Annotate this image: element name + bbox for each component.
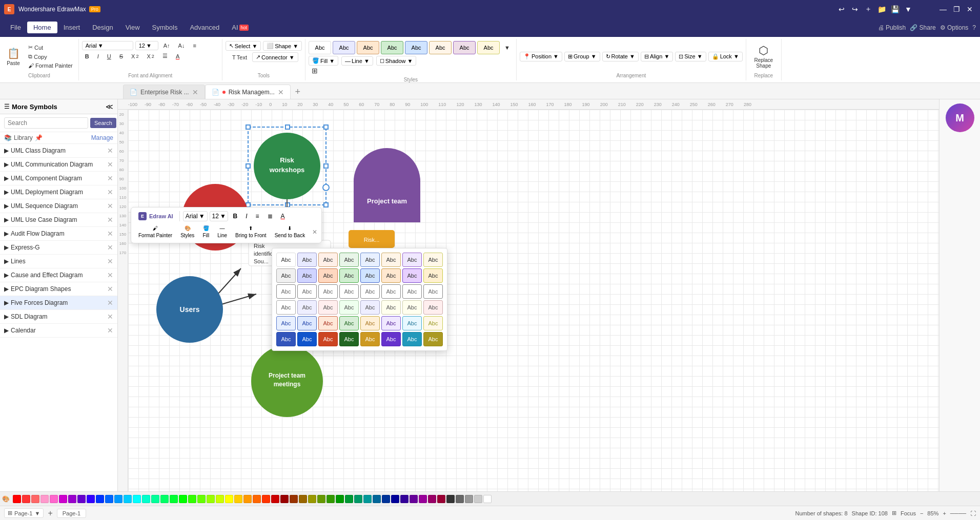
color-swatch-32[interactable] [299,495,307,503]
lock-btn[interactable]: 🔒Lock ▼ [708,52,743,61]
style-cell-r6-c3[interactable]: Abc [318,332,338,346]
menu-item-view[interactable]: View [119,22,146,33]
style-cell-r2-c1[interactable]: Abc [276,268,296,283]
group-btn[interactable]: ⊞Group ▼ [564,52,600,61]
style-swatch-5[interactable]: Abc [405,41,427,54]
color-swatch-19[interactable] [179,495,187,503]
menu-item-symbols[interactable]: Symbols [146,22,184,33]
focus-btn[interactable]: Focus [901,510,916,516]
lib-item-lines[interactable]: ▶ Lines ✕ [0,255,117,268]
color-swatch-34[interactable] [317,495,325,503]
share-btn[interactable]: 🔗 Share [910,24,935,31]
paste-btn[interactable]: 📋 Paste [3,43,24,70]
current-page-indicator[interactable]: ⊞ Page-1 ▼ [4,508,44,518]
menu-item-file[interactable]: File [4,22,27,33]
color-swatch-33[interactable] [308,495,316,503]
style-cell-r6-c8[interactable]: Abc [423,332,443,346]
style-cell-r3-c3[interactable]: Abc [318,284,338,299]
lib-close-uml-class[interactable]: ✕ [107,147,113,155]
color-swatch-48[interactable] [446,495,455,503]
style-cell-r6-c6[interactable]: Abc [381,332,401,346]
color-swatch-35[interactable] [326,495,335,503]
shadow-btn[interactable]: ◻Shadow ▼ [376,56,417,66]
style-cell-r3-c7[interactable]: Abc [402,284,422,299]
style-cell-r1-c5[interactable]: Abc [360,253,380,267]
color-swatch-17[interactable] [160,495,169,503]
help-btn[interactable]: ? [972,24,976,31]
color-swatch-10[interactable] [96,495,104,503]
style-cell-r5-c6[interactable]: Abc [381,316,401,330]
style-cell-r6-c2[interactable]: Abc [297,332,317,346]
style-swatch-3[interactable]: Abc [357,41,379,54]
underline-btn[interactable]: U [104,52,114,60]
color-swatch-30[interactable] [280,495,289,503]
style-cell-r4-c6[interactable]: Abc [381,300,401,315]
style-cell-r1-c6[interactable]: Abc [381,253,401,267]
edraw-ai-btn[interactable]: E Edraw AI [135,211,176,222]
style-swatch-8[interactable]: Abc [477,41,500,54]
lib-item-calendar[interactable]: ▶ Calendar ✕ [0,324,117,338]
color-swatch-26[interactable] [243,495,252,503]
style-cell-r1-c4[interactable]: Abc [339,253,359,267]
style-cell-r4-c7[interactable]: Abc [402,300,422,315]
style-cell-r2-c4[interactable]: Abc [339,268,359,283]
fill-btn[interactable]: 🪣Fill ▼ [309,56,338,66]
close-btn[interactable]: ✕ [964,3,976,15]
lib-item-uml-deploy[interactable]: ▶ UML Deployment Diagram ✕ [0,185,117,199]
text-tool-btn[interactable]: TText [229,52,250,62]
lib-item-uml-comm[interactable]: ▶ UML Communication Diagram ✕ [0,158,117,172]
zoom-slider[interactable]: ──── [950,510,966,516]
color-swatch-28[interactable] [262,495,270,503]
style-cell-r1-c3[interactable]: Abc [318,253,338,267]
lib-item-uml-class[interactable]: ▶ UML Class Diagram ✕ [0,144,117,158]
style-cell-r5-c1[interactable]: Abc [276,316,296,330]
style-cell-r5-c3[interactable]: Abc [318,316,338,330]
lib-close-cause[interactable]: ✕ [107,271,113,279]
font-name-dropdown[interactable]: Arial▼ [82,41,133,50]
style-cell-r3-c5[interactable]: Abc [360,284,380,299]
style-cell-r4-c1[interactable]: Abc [276,300,296,315]
color-swatch-21[interactable] [197,495,206,503]
new-file-btn[interactable]: ＋ [862,3,874,15]
color-swatch-29[interactable] [271,495,279,503]
lib-close-five-forces[interactable]: ✕ [107,299,113,307]
style-swatch-4[interactable]: Abc [381,41,403,54]
style-cell-r5-c5[interactable]: Abc [360,316,380,330]
color-swatch-42[interactable] [391,495,399,503]
color-swatch-27[interactable] [253,495,261,503]
menu-item-home[interactable]: Home [27,22,57,33]
color-swatch-44[interactable] [410,495,418,503]
lib-close-uml-comm[interactable]: ✕ [107,160,113,169]
lib-close-calendar[interactable]: ✕ [107,326,113,335]
ft-send-back-btn[interactable]: ⬇ Send to Back [272,224,308,240]
style-swatch-1[interactable]: Abc [309,41,331,54]
sidebar-collapse-btn[interactable]: ≪ [106,102,113,111]
style-cell-r4-c5[interactable]: Abc [360,300,380,315]
style-cell-r1-c8[interactable]: Abc [423,253,443,267]
zoom-out-btn[interactable]: − [920,510,923,516]
color-swatch-43[interactable] [400,495,409,503]
restore-btn[interactable]: ❐ [950,3,963,15]
color-swatch-16[interactable] [151,495,159,503]
ft-align-center-btn[interactable]: ≣ [264,211,276,221]
select-tool-btn[interactable]: ↖Select ▼ [226,41,261,51]
color-swatch-51[interactable] [474,495,482,503]
lib-close-uml-usecase[interactable]: ✕ [107,216,113,224]
color-swatch-46[interactable] [428,495,436,503]
color-swatch-7[interactable] [68,495,76,503]
tab-enterprise-risk[interactable]: 📄 Enterprise Risk ... ✕ [123,85,205,99]
rotate-btn[interactable]: ↻Rotate ▼ [602,52,639,61]
style-cell-r6-c1[interactable]: Abc [276,332,296,346]
more-btn[interactable]: ▼ [902,3,914,15]
current-page-tab[interactable]: Page-1 [57,509,86,518]
lib-item-audit[interactable]: ▶ Audit Flow Diagram ✕ [0,227,117,241]
style-cell-r6-c7[interactable]: Abc [402,332,422,346]
style-cell-r4-c4[interactable]: Abc [339,300,359,315]
lib-item-sdl[interactable]: ▶ SDL Diagram ✕ [0,310,117,324]
style-cell-r2-c7[interactable]: Abc [402,268,422,283]
save-btn[interactable]: 💾 [889,3,901,15]
ft-font-dropdown[interactable]: Arial▼ [183,211,208,221]
lib-item-uml-usecase[interactable]: ▶ UML Use Case Diagram ✕ [0,213,117,227]
decrease-font-btn[interactable]: A↓ [175,41,188,50]
menu-item-design[interactable]: Design [86,22,119,33]
